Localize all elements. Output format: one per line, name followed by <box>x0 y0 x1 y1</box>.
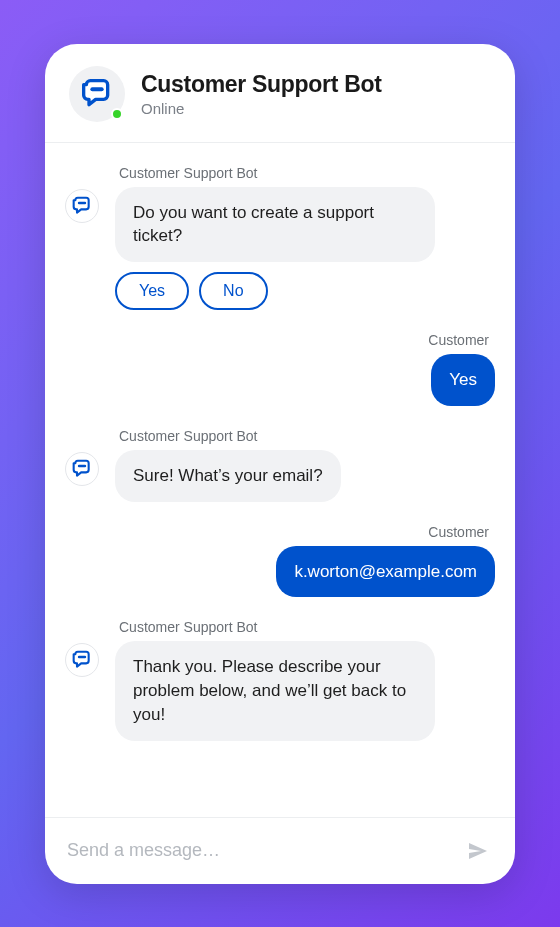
svg-rect-0 <box>90 87 103 91</box>
svg-rect-3 <box>78 656 86 659</box>
message-group: Customer k.worton@example.com <box>65 524 495 598</box>
svg-rect-1 <box>78 201 86 204</box>
message-group: Customer Support Bot Sure! What’s your e… <box>65 428 495 502</box>
chat-bubble-icon <box>81 78 113 110</box>
message-bubble: Do you want to create a support ticket? <box>115 187 435 263</box>
chat-bubble-icon <box>72 196 92 216</box>
chat-title: Customer Support Bot <box>141 71 382 98</box>
chat-status: Online <box>141 100 382 117</box>
bot-avatar <box>69 66 125 122</box>
quick-replies: Yes No <box>115 272 268 310</box>
message-bubble: Yes <box>431 354 495 406</box>
sender-label: Customer Support Bot <box>115 165 495 181</box>
sender-label: Customer Support Bot <box>115 619 495 635</box>
message-bubble: Sure! What’s your email? <box>115 450 341 502</box>
chat-bubble-icon <box>72 650 92 670</box>
message-group: Customer Support Bot Thank you. Please d… <box>65 619 495 740</box>
sender-label: Customer Support Bot <box>115 428 495 444</box>
message-group: Customer Support Bot Do you want to crea… <box>65 165 495 311</box>
chat-window: Customer Support Bot Online Customer Sup… <box>45 44 515 884</box>
message-input[interactable] <box>67 840 451 861</box>
quick-reply-no[interactable]: No <box>199 272 267 310</box>
sender-label: Customer <box>428 332 495 348</box>
bot-avatar-small <box>65 452 99 486</box>
chat-header: Customer Support Bot Online <box>45 44 515 143</box>
message-bubble: Thank you. Please describe your problem … <box>115 641 435 740</box>
bot-avatar-small <box>65 189 99 223</box>
sender-label: Customer <box>428 524 495 540</box>
composer <box>45 817 515 884</box>
message-group: Customer Yes <box>65 332 495 406</box>
quick-reply-yes[interactable]: Yes <box>115 272 189 310</box>
message-list: Customer Support Bot Do you want to crea… <box>45 143 515 817</box>
message-bubble: k.worton@example.com <box>276 546 495 598</box>
bot-avatar-small <box>65 643 99 677</box>
chat-bubble-icon <box>72 459 92 479</box>
send-button[interactable] <box>463 836 493 866</box>
svg-rect-2 <box>78 465 86 468</box>
online-status-dot <box>111 108 123 120</box>
send-icon <box>466 839 490 863</box>
